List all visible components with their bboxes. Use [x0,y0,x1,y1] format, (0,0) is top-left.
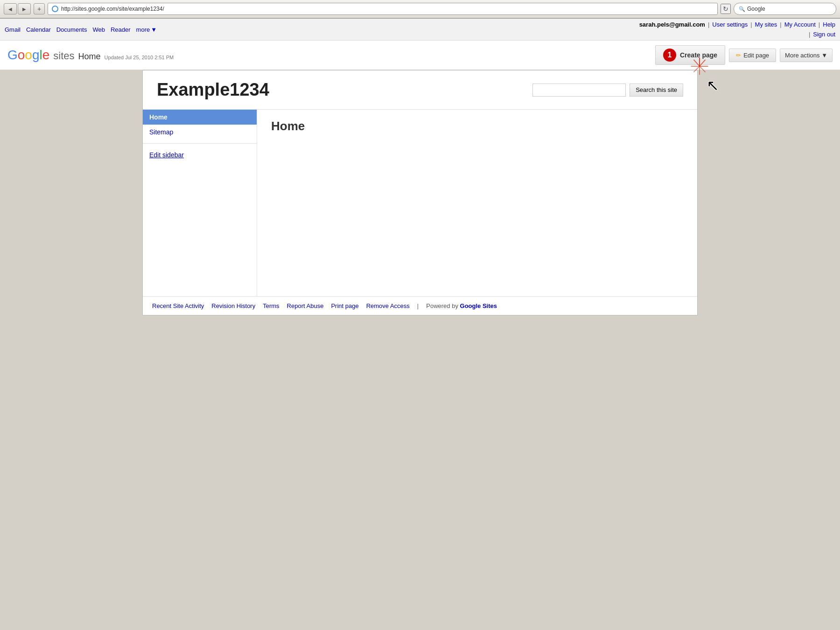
browser-search-bar[interactable]: 🔍 Google [734,3,836,15]
create-page-button[interactable]: 1 Create page [655,45,725,65]
page-loading-icon [52,6,58,12]
edit-page-button[interactable]: ✏ Edit page [729,49,776,62]
create-page-label: Create page [680,51,717,59]
site-container: Example1234 Search this site Home Sitema… [142,70,698,315]
footer-print-page-link[interactable]: Print page [331,302,358,309]
more-actions-button[interactable]: More actions ▼ [780,49,833,62]
back-button[interactable]: ◀ [4,3,17,14]
topbar-calendar-link[interactable]: Calendar [26,26,51,33]
sites-logo-area: Google sites Home Updated Jul 25, 2010 2… [7,48,174,63]
my-sites-link[interactable]: My sites [755,21,777,28]
sidebar: Home Sitemap Edit sidebar [143,110,257,296]
google-topbar-left: Gmail Calendar Documents Web Reader more… [5,26,157,33]
site-search-area: Search this site [532,84,683,97]
topbar-more-dropdown[interactable]: more ▼ [136,26,157,33]
sidebar-edit-link[interactable]: Edit sidebar [143,147,257,162]
create-page-badge: 1 [663,49,676,62]
my-account-link[interactable]: My Account [784,21,816,28]
topbar-right-row2: | Sign out [809,31,835,38]
google-logo: Google [7,48,49,63]
refresh-button[interactable]: ↻ [721,4,731,14]
footer-report-abuse-link[interactable]: Report Abuse [287,302,324,309]
site-footer: Recent Site Activity Revision History Te… [143,296,697,315]
footer-revision-history-link[interactable]: Revision History [211,302,255,309]
create-page-badge-number: 1 [668,51,672,59]
sites-page-name: Home [78,52,101,62]
site-search-input[interactable] [532,84,626,97]
sep2: | [750,21,752,28]
sidebar-item-home[interactable]: Home [143,110,257,125]
new-tab-button[interactable]: + [34,3,45,14]
sites-updated-text: Updated Jul 25, 2010 2:51 PM [105,55,174,60]
google-topbar-right: sarah.pels@gmail.com | User settings | M… [639,21,835,38]
address-bar[interactable]: http://sites.google.com/site/example1234… [48,3,718,15]
topbar-web-link[interactable]: Web [92,26,105,33]
main-wrapper: Example1234 Search this site Home Sitema… [0,70,840,315]
create-btn-wrapper: 1 Create page [655,45,725,65]
footer-powered-by: Powered by Google Sites [426,302,497,309]
pencil-icon: ✏ [736,52,741,59]
topbar-email: sarah.pels@gmail.com [639,21,705,28]
topbar-right-row1: sarah.pels@gmail.com | User settings | M… [639,21,835,28]
sites-word: sites [53,50,74,62]
sidebar-item-sitemap[interactable]: Sitemap [143,125,257,140]
more-actions-label: More actions ▼ [785,52,827,59]
site-title: Example1234 [157,80,269,100]
sep1: | [708,21,709,28]
page-content: Home [257,110,697,296]
topbar-documents-link[interactable]: Documents [56,26,87,33]
footer-sep: | [417,302,419,309]
topbar-reader-link[interactable]: Reader [111,26,131,33]
browser-search-icon: 🔍 [739,6,745,12]
user-settings-link[interactable]: User settings [712,21,748,28]
sidebar-nav: Home Sitemap [143,110,257,140]
forward-button[interactable]: ▶ [18,3,31,14]
footer-powered-text: Powered by [426,302,458,309]
topbar-gmail-link[interactable]: Gmail [5,26,21,33]
topbar-more-label: more [136,26,150,33]
google-topbar: Gmail Calendar Documents Web Reader more… [0,19,840,41]
sep3: | [780,21,781,28]
footer-google-sites-link[interactable]: Google Sites [460,302,497,309]
sites-header-buttons: 1 Create page [655,45,833,65]
sign-out-link[interactable]: Sign out [813,31,835,38]
nav-buttons: ◀ ▶ [4,3,31,14]
sidebar-divider [143,143,257,144]
footer-recent-activity-link[interactable]: Recent Site Activity [152,302,204,309]
address-text: http://sites.google.com/site/example1234… [61,6,714,12]
sidebar-home-label: Home [149,113,168,121]
edit-page-label: Edit page [743,52,769,59]
page-heading: Home [271,119,683,133]
sep4: | [819,21,820,28]
topbar-more-chevron: ▼ [151,26,157,33]
sites-header: Google sites Home Updated Jul 25, 2010 2… [0,41,840,70]
browser-toolbar: ◀ ▶ + http://sites.google.com/site/examp… [0,0,840,18]
site-search-button[interactable]: Search this site [630,84,683,97]
footer-remove-access-link[interactable]: Remove Access [366,302,410,309]
browser-chrome: ◀ ▶ + http://sites.google.com/site/examp… [0,0,840,19]
content-layout: Home Sitemap Edit sidebar Home [143,110,697,296]
browser-search-text: Google [747,6,765,12]
footer-terms-link[interactable]: Terms [263,302,279,309]
sep5: | [809,31,810,38]
site-header: Example1234 Search this site [143,70,697,110]
help-link[interactable]: Help [823,21,835,28]
